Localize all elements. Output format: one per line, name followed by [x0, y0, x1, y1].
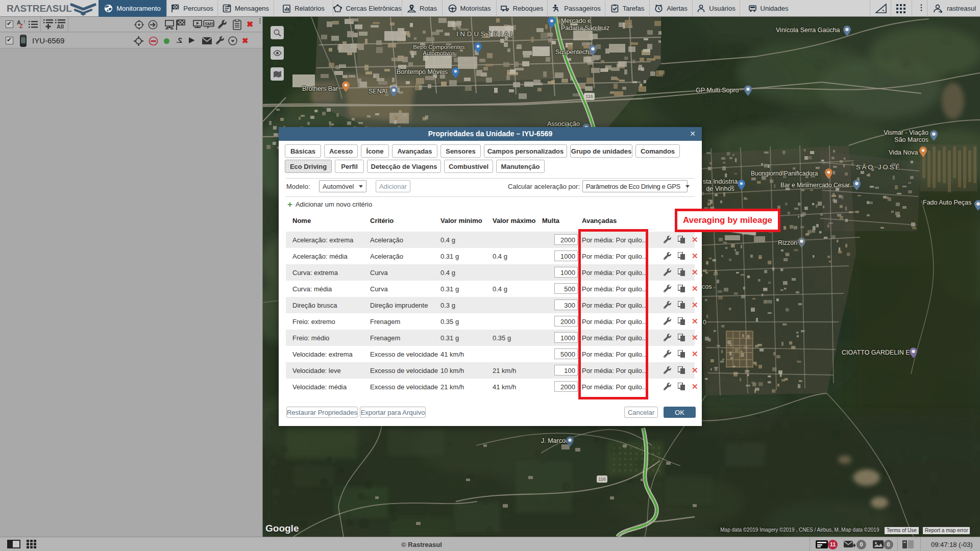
svg-text:All: All	[57, 23, 64, 30]
svg-text:SMS: SMS	[205, 21, 214, 27]
